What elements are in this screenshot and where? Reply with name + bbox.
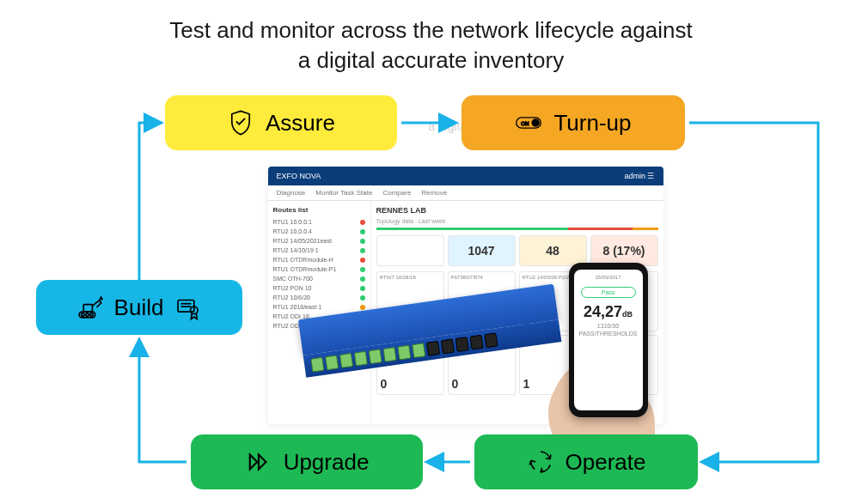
dashboard-list-item: RTU2 14/10/19 1	[273, 246, 365, 255]
certificate-icon	[174, 293, 203, 322]
dashboard-list-item: RTU1 10.0.0.1	[273, 217, 365, 227]
phone-sub2: PASS/THRESHOLDS	[579, 331, 638, 337]
svg-point-10	[533, 119, 540, 126]
phone-date: 15/09/2017	[578, 275, 639, 280]
stage-turnup: ON Turn-up	[462, 95, 685, 150]
svg-point-3	[89, 313, 92, 316]
kpi-spacer	[376, 235, 444, 266]
dashboard-list-item: RTU2 10.0.0.4	[273, 227, 365, 236]
phone-screen: 15/09/2017 Pass 24,27dB 1310/30 PASS/THR…	[574, 270, 643, 410]
dashboard-brand: EXFO NOVA	[277, 172, 321, 180]
kpi-failed: 48	[519, 235, 587, 266]
title-line-2: a digital accurate inventory	[298, 47, 564, 73]
dashboard-list-item: RTU2 PON 10	[273, 283, 365, 293]
dashboard-list-item: RTU1 2018/east 1	[273, 302, 365, 312]
phone-status-pill: Pass	[581, 287, 636, 298]
excavator-icon	[75, 293, 104, 322]
smartphone: 15/09/2017 Pass 24,27dB 1310/30 PASS/THR…	[569, 263, 648, 417]
fast-forward-icon	[244, 447, 273, 477]
shield-check-icon	[226, 108, 255, 137]
toggle-on-icon: ON	[514, 108, 543, 137]
kpi-total: 1047	[448, 235, 516, 266]
stage-assure-label: Assure	[266, 110, 335, 137]
dashboard-sublabel: Topology data · Last week	[376, 218, 658, 224]
svg-point-2	[85, 313, 88, 316]
phone-value: 24,27dB	[584, 303, 633, 321]
dashboard-user: admin ☰	[624, 172, 654, 180]
dashboard-list-item: SMC OTH-700	[273, 274, 365, 283]
svg-point-1	[81, 313, 83, 316]
dashboard-header: EXFO NOVA admin ☰	[268, 167, 663, 185]
stage-assure: Assure	[165, 95, 397, 150]
dashboard-list-item: RTU1 OTDRmodule-H	[273, 255, 365, 264]
svg-rect-5	[179, 301, 195, 313]
dashboard-list-item: RTU2 10/6/20	[273, 293, 365, 302]
stage-upgrade-label: Upgrade	[284, 449, 370, 476]
stage-turnup-label: Turn-up	[553, 110, 631, 137]
title-line-1: Test and monitor across the network life…	[169, 17, 692, 43]
dashboard-section-title: RENNES LAB	[376, 206, 658, 215]
dashboard-list-item: RTU2 14/05/2021east	[273, 236, 365, 246]
stage-upgrade: Upgrade	[191, 434, 423, 489]
svg-rect-4	[83, 305, 92, 313]
stage-operate-label: Operate	[565, 449, 646, 476]
page-title: Test and monitor across the network life…	[0, 0, 862, 76]
stage-operate: Operate	[474, 434, 698, 489]
kpi-row: 1047 48 8 (17%)	[376, 235, 658, 266]
sidebar-header: Routes list	[273, 206, 365, 214]
phone-in-hand-illustration: 15/09/2017 Pass 24,27dB 1310/30 PASS/THR…	[543, 263, 663, 434]
stage-build-label: Build	[114, 295, 164, 321]
kpi-warn: 8 (17%)	[590, 235, 658, 266]
cycle-arrows-icon	[526, 447, 555, 477]
phone-sub1: 1310/30	[597, 323, 619, 329]
svg-text:ON: ON	[522, 120, 529, 126]
stage-build: Build	[36, 280, 242, 335]
lifecycle-diagram: tor acro a digital accurate inventory EX…	[28, 91, 835, 503]
dashboard-list-item: RTU1 OTDRmodule-P1	[273, 264, 365, 274]
dashboard-tabs: Diagnose Monitor Task State Compare Remo…	[268, 185, 663, 201]
